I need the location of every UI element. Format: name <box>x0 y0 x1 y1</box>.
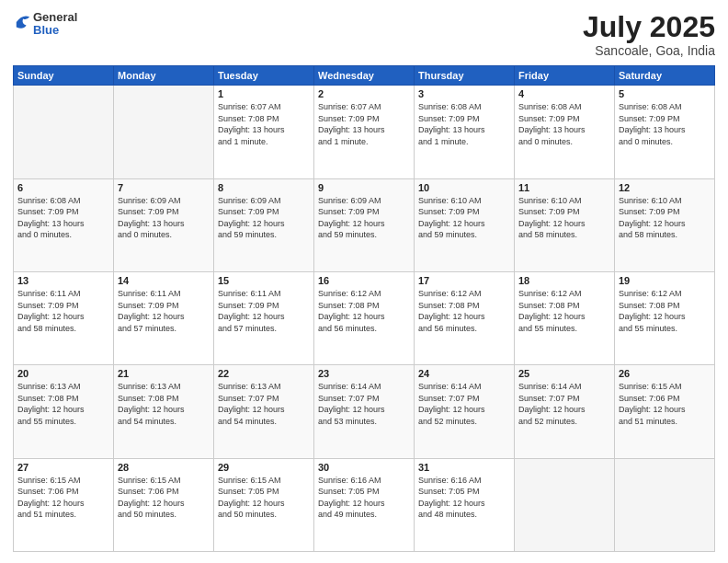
day-info: Sunrise: 6:15 AM Sunset: 7:05 PM Dayligh… <box>218 475 310 521</box>
week-row-3: 13Sunrise: 6:11 AM Sunset: 7:09 PM Dayli… <box>14 271 715 364</box>
logo-text-general: General <box>33 11 77 24</box>
week-row-1: 1Sunrise: 6:07 AM Sunset: 7:08 PM Daylig… <box>14 86 715 178</box>
day-number: 31 <box>418 462 510 473</box>
day-number: 6 <box>17 182 109 193</box>
day-cell: 28Sunrise: 6:15 AM Sunset: 7:06 PM Dayli… <box>114 458 214 551</box>
day-number: 18 <box>518 275 610 286</box>
day-cell: 11Sunrise: 6:10 AM Sunset: 7:09 PM Dayli… <box>515 178 615 271</box>
day-number: 27 <box>17 462 109 473</box>
day-info: Sunrise: 6:12 AM Sunset: 7:08 PM Dayligh… <box>518 288 610 334</box>
day-info: Sunrise: 6:16 AM Sunset: 7:05 PM Dayligh… <box>418 475 510 521</box>
day-number: 19 <box>619 275 711 286</box>
day-cell: 16Sunrise: 6:12 AM Sunset: 7:08 PM Dayli… <box>314 271 415 364</box>
calendar-subtitle: Sancoale, Goa, India <box>583 43 715 58</box>
day-cell: 19Sunrise: 6:12 AM Sunset: 7:08 PM Dayli… <box>615 271 715 364</box>
day-cell: 24Sunrise: 6:14 AM Sunset: 7:07 PM Dayli… <box>415 365 515 458</box>
header-row: Sunday Monday Tuesday Wednesday Thursday… <box>14 66 715 86</box>
logo-icon <box>15 12 31 32</box>
day-info: Sunrise: 6:10 AM Sunset: 7:09 PM Dayligh… <box>418 195 510 241</box>
day-info: Sunrise: 6:11 AM Sunset: 7:09 PM Dayligh… <box>118 288 210 334</box>
week-row-4: 20Sunrise: 6:13 AM Sunset: 7:08 PM Dayli… <box>14 365 715 458</box>
day-number: 8 <box>218 182 310 193</box>
col-wednesday: Wednesday <box>314 66 415 86</box>
day-cell: 15Sunrise: 6:11 AM Sunset: 7:09 PM Dayli… <box>214 271 314 364</box>
day-info: Sunrise: 6:10 AM Sunset: 7:09 PM Dayligh… <box>619 195 711 241</box>
day-number: 12 <box>619 182 711 193</box>
day-info: Sunrise: 6:12 AM Sunset: 7:08 PM Dayligh… <box>318 288 410 334</box>
day-info: Sunrise: 6:15 AM Sunset: 7:06 PM Dayligh… <box>17 475 109 521</box>
col-saturday: Saturday <box>615 66 715 86</box>
day-cell: 10Sunrise: 6:10 AM Sunset: 7:09 PM Dayli… <box>415 178 515 271</box>
day-info: Sunrise: 6:09 AM Sunset: 7:09 PM Dayligh… <box>118 195 210 241</box>
day-cell: 30Sunrise: 6:16 AM Sunset: 7:05 PM Dayli… <box>314 458 415 551</box>
day-cell: 1Sunrise: 6:07 AM Sunset: 7:08 PM Daylig… <box>214 86 314 178</box>
day-number: 24 <box>418 368 510 379</box>
day-info: Sunrise: 6:15 AM Sunset: 7:06 PM Dayligh… <box>118 475 210 521</box>
day-info: Sunrise: 6:12 AM Sunset: 7:08 PM Dayligh… <box>619 288 711 334</box>
day-number: 11 <box>518 182 610 193</box>
col-sunday: Sunday <box>14 66 114 86</box>
day-number: 29 <box>218 462 310 473</box>
day-cell <box>14 86 114 178</box>
day-cell: 6Sunrise: 6:08 AM Sunset: 7:09 PM Daylig… <box>14 178 114 271</box>
day-number: 1 <box>218 88 310 99</box>
day-number: 17 <box>418 275 510 286</box>
day-cell <box>615 458 715 551</box>
day-number: 2 <box>318 88 410 99</box>
day-cell: 31Sunrise: 6:16 AM Sunset: 7:05 PM Dayli… <box>415 458 515 551</box>
week-row-2: 6Sunrise: 6:08 AM Sunset: 7:09 PM Daylig… <box>14 178 715 271</box>
title-block: July 2025 Sancoale, Goa, India <box>583 11 715 58</box>
day-number: 23 <box>318 368 410 379</box>
day-info: Sunrise: 6:09 AM Sunset: 7:09 PM Dayligh… <box>318 195 410 241</box>
day-number: 15 <box>218 275 310 286</box>
col-friday: Friday <box>515 66 615 86</box>
logo-text-blue: Blue <box>33 24 77 37</box>
day-number: 20 <box>17 368 109 379</box>
day-info: Sunrise: 6:15 AM Sunset: 7:06 PM Dayligh… <box>619 381 711 427</box>
day-cell: 12Sunrise: 6:10 AM Sunset: 7:09 PM Dayli… <box>615 178 715 271</box>
day-number: 10 <box>418 182 510 193</box>
day-number: 28 <box>118 462 210 473</box>
col-thursday: Thursday <box>415 66 515 86</box>
day-number: 21 <box>118 368 210 379</box>
day-info: Sunrise: 6:08 AM Sunset: 7:09 PM Dayligh… <box>619 101 711 147</box>
logo: General Blue <box>13 11 77 38</box>
day-number: 16 <box>318 275 410 286</box>
day-number: 5 <box>619 88 711 99</box>
day-info: Sunrise: 6:14 AM Sunset: 7:07 PM Dayligh… <box>518 381 610 427</box>
day-info: Sunrise: 6:12 AM Sunset: 7:08 PM Dayligh… <box>418 288 510 334</box>
day-cell: 18Sunrise: 6:12 AM Sunset: 7:08 PM Dayli… <box>515 271 615 364</box>
day-number: 30 <box>318 462 410 473</box>
day-number: 22 <box>218 368 310 379</box>
day-info: Sunrise: 6:13 AM Sunset: 7:08 PM Dayligh… <box>17 381 109 427</box>
day-info: Sunrise: 6:11 AM Sunset: 7:09 PM Dayligh… <box>17 288 109 334</box>
day-cell: 4Sunrise: 6:08 AM Sunset: 7:09 PM Daylig… <box>515 86 615 178</box>
day-info: Sunrise: 6:10 AM Sunset: 7:09 PM Dayligh… <box>518 195 610 241</box>
day-cell: 20Sunrise: 6:13 AM Sunset: 7:08 PM Dayli… <box>14 365 114 458</box>
day-cell: 8Sunrise: 6:09 AM Sunset: 7:09 PM Daylig… <box>214 178 314 271</box>
day-cell: 25Sunrise: 6:14 AM Sunset: 7:07 PM Dayli… <box>515 365 615 458</box>
day-info: Sunrise: 6:07 AM Sunset: 7:09 PM Dayligh… <box>318 101 410 147</box>
day-number: 3 <box>418 88 510 99</box>
week-row-5: 27Sunrise: 6:15 AM Sunset: 7:06 PM Dayli… <box>14 458 715 551</box>
day-info: Sunrise: 6:08 AM Sunset: 7:09 PM Dayligh… <box>17 195 109 241</box>
day-cell: 29Sunrise: 6:15 AM Sunset: 7:05 PM Dayli… <box>214 458 314 551</box>
day-info: Sunrise: 6:11 AM Sunset: 7:09 PM Dayligh… <box>218 288 310 334</box>
day-info: Sunrise: 6:08 AM Sunset: 7:09 PM Dayligh… <box>418 101 510 147</box>
page: General Blue July 2025 Sancoale, Goa, In… <box>0 0 728 563</box>
day-info: Sunrise: 6:13 AM Sunset: 7:08 PM Dayligh… <box>118 381 210 427</box>
day-cell: 23Sunrise: 6:14 AM Sunset: 7:07 PM Dayli… <box>314 365 415 458</box>
day-cell: 7Sunrise: 6:09 AM Sunset: 7:09 PM Daylig… <box>114 178 214 271</box>
day-number: 4 <box>518 88 610 99</box>
day-cell <box>515 458 615 551</box>
day-cell <box>114 86 214 178</box>
day-cell: 27Sunrise: 6:15 AM Sunset: 7:06 PM Dayli… <box>14 458 114 551</box>
day-cell: 13Sunrise: 6:11 AM Sunset: 7:09 PM Dayli… <box>14 271 114 364</box>
day-info: Sunrise: 6:14 AM Sunset: 7:07 PM Dayligh… <box>318 381 410 427</box>
day-info: Sunrise: 6:07 AM Sunset: 7:08 PM Dayligh… <box>218 101 310 147</box>
header: General Blue July 2025 Sancoale, Goa, In… <box>13 11 715 58</box>
day-number: 14 <box>118 275 210 286</box>
calendar-title: July 2025 <box>583 11 715 43</box>
day-cell: 17Sunrise: 6:12 AM Sunset: 7:08 PM Dayli… <box>415 271 515 364</box>
day-info: Sunrise: 6:16 AM Sunset: 7:05 PM Dayligh… <box>318 475 410 521</box>
